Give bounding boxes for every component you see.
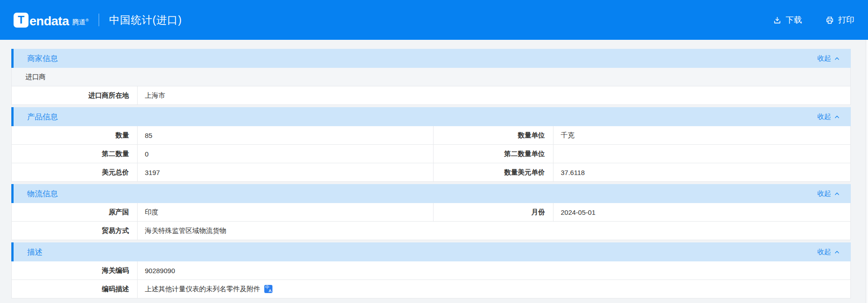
product-info-header: 产品信息 收起 — [11, 107, 851, 126]
collapse-toggle[interactable]: 收起 — [817, 248, 840, 256]
quantity-row: 数量 85 数量单位 千克 — [11, 126, 851, 145]
importer-row: 进口商 — [11, 68, 851, 86]
trade-mode-row: 贸易方式 海关特殊监管区域物流货物 — [11, 222, 851, 240]
logo-glyph: T — [18, 14, 24, 25]
hs-description-cell: 上述其他计量仪表的未列名零件及附件 中 A — [137, 280, 850, 298]
section-title: 物流信息 — [27, 189, 58, 199]
quantity-unit-value: 千克 — [553, 126, 850, 144]
section-logistics-info: 物流信息 收起 原产国 印度 月份 2024-05-01 贸易方式 海关特殊监管… — [11, 184, 851, 240]
section-description: 描述 收起 海关编码 90289090 编码描述 上述其他计量仪表的未列名零件及… — [11, 242, 851, 298]
origin-country-value: 印度 — [137, 203, 433, 221]
collapse-toggle[interactable]: 收起 — [817, 54, 840, 63]
usd-total-label: 美元总价 — [12, 163, 137, 181]
importer-location-value: 上海市 — [137, 86, 850, 104]
usd-total-row: 美元总价 3197 数量美元单价 37.6118 — [11, 163, 851, 182]
trade-mode-label: 贸易方式 — [12, 222, 137, 240]
importer-location-row: 进口商所在地 上海市 — [11, 86, 851, 105]
chevron-up-icon — [834, 56, 840, 62]
section-product-info: 产品信息 收起 数量 85 数量单位 千克 第二数量 0 第二数量单位 美元总价… — [11, 107, 851, 182]
print-button[interactable]: 打印 — [825, 14, 854, 25]
header-divider — [99, 14, 99, 26]
hs-description-label: 编码描述 — [12, 280, 137, 298]
second-quantity-label: 第二数量 — [12, 145, 137, 163]
download-label: 下载 — [786, 14, 802, 25]
print-label: 打印 — [838, 14, 854, 25]
merchant-info-header: 商家信息 收起 — [11, 49, 851, 68]
importer-label: 进口商 — [25, 73, 46, 81]
logo-chinese-name: 腾道® — [72, 17, 89, 28]
collapse-toggle[interactable]: 收起 — [817, 189, 840, 198]
usd-unit-price-label: 数量美元单价 — [433, 163, 553, 181]
trade-mode-value: 海关特殊监管区域物流货物 — [137, 222, 850, 240]
usd-total-value: 3197 — [137, 163, 433, 181]
hs-code-row: 海关编码 90289090 — [11, 261, 851, 280]
month-value: 2024-05-01 — [553, 203, 850, 221]
origin-country-row: 原产国 印度 月份 2024-05-01 — [11, 203, 851, 222]
section-merchant-info: 商家信息 收起 进口商 进口商所在地 上海市 — [11, 49, 851, 105]
collapse-toggle[interactable]: 收起 — [817, 113, 840, 121]
translate-icon[interactable]: 中 A — [264, 285, 272, 293]
quantity-unit-label: 数量单位 — [433, 126, 553, 144]
second-quantity-unit-value — [553, 145, 850, 163]
hs-description-value: 上述其他计量仪表的未列名零件及附件 — [145, 285, 260, 294]
importer-location-label: 进口商所在地 — [12, 86, 137, 104]
collapse-label: 收起 — [817, 189, 831, 198]
hs-code-value: 90289090 — [137, 261, 850, 279]
chevron-up-icon — [834, 114, 840, 120]
section-title: 产品信息 — [27, 112, 58, 122]
month-label: 月份 — [433, 203, 553, 221]
second-quantity-unit-label: 第二数量单位 — [433, 145, 553, 163]
page-title: 中国统计(进口) — [109, 13, 182, 27]
printer-icon — [825, 16, 834, 24]
chevron-up-icon — [834, 191, 840, 197]
header-actions: 下载 打印 — [773, 14, 854, 25]
quantity-value: 85 — [137, 126, 433, 144]
second-quantity-row: 第二数量 0 第二数量单位 — [11, 145, 851, 163]
scrollbar[interactable] — [866, 40, 868, 303]
tendata-logo-icon: T — [14, 13, 29, 28]
download-button[interactable]: 下载 — [773, 14, 802, 25]
record-detail: 商家信息 收起 进口商 进口商所在地 上海市 产品信息 收起 数量 85 数量单… — [11, 49, 851, 298]
collapse-label: 收起 — [817, 113, 831, 121]
usd-unit-price-value: 37.6118 — [553, 163, 850, 181]
app-header: T endata 腾道® 中国统计(进口) 下载 打印 — [0, 0, 868, 40]
tendata-logo[interactable]: T endata 腾道® — [14, 13, 89, 28]
section-title: 描述 — [27, 247, 43, 257]
download-icon — [773, 16, 782, 24]
collapse-label: 收起 — [817, 54, 831, 63]
description-header: 描述 收起 — [11, 242, 851, 261]
collapse-label: 收起 — [817, 248, 831, 256]
hs-description-row: 编码描述 上述其他计量仪表的未列名零件及附件 中 A — [11, 280, 851, 298]
origin-country-label: 原产国 — [12, 203, 137, 221]
logo-chinese-text: 腾道 — [72, 18, 86, 26]
registered-mark: ® — [86, 18, 89, 23]
quantity-label: 数量 — [12, 126, 137, 144]
second-quantity-value: 0 — [137, 145, 433, 163]
section-title: 商家信息 — [27, 53, 58, 64]
logo-wordmark: endata — [29, 15, 69, 28]
hs-code-label: 海关编码 — [12, 261, 137, 279]
chevron-up-icon — [834, 249, 840, 255]
logistics-info-header: 物流信息 收起 — [11, 184, 851, 203]
